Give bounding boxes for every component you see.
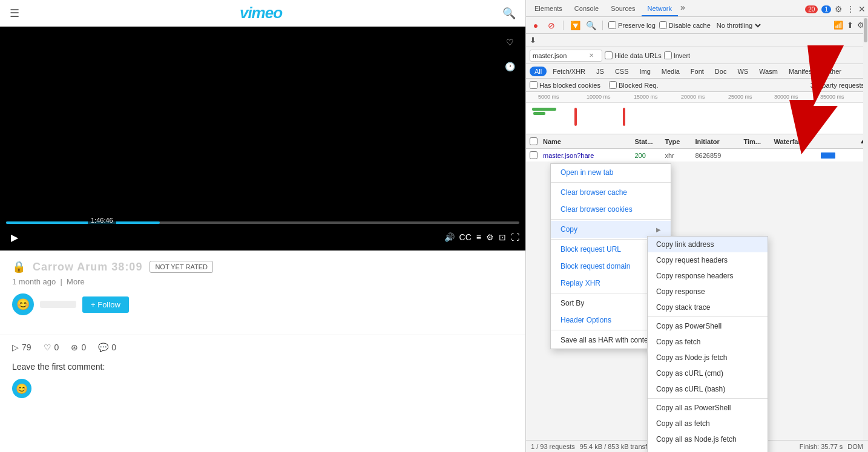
sub-copy-all-nodejs-fetch[interactable]: Copy all as Node.js fetch — [648, 431, 768, 447]
sub-ctx-sep1 — [648, 316, 768, 317]
sub-copy-curl-bash[interactable]: Copy as cURL (bash) — [648, 381, 768, 397]
sub-copy-curl-cmd[interactable]: Copy as cURL (cmd) — [648, 365, 768, 381]
record-icon[interactable]: ● — [530, 21, 542, 30]
sub-copy-all-powershell[interactable]: Copy all as PowerShell — [648, 400, 768, 416]
progress-bar[interactable] — [6, 221, 519, 224]
filter-manifest[interactable]: Manifest — [784, 67, 819, 76]
sub-copy-all-curl-cmd[interactable]: Copy all as cURL (cmd) — [648, 447, 768, 452]
ctx-replay-xhr-label: Replay XHR — [561, 279, 600, 287]
settings-icon[interactable]: ⚙ — [486, 232, 494, 242]
progress-fill — [6, 221, 160, 224]
filter-ws[interactable]: WS — [732, 67, 753, 76]
sub-copy-req-headers[interactable]: Copy request headers — [648, 252, 768, 268]
sub-copy-link[interactable]: Copy link address — [648, 237, 768, 252]
tab-more[interactable]: » — [678, 0, 688, 16]
ctx-clear-cookies[interactable]: Clear browser cookies — [551, 201, 671, 218]
filter-img[interactable]: Img — [635, 67, 656, 76]
ctx-sort-by-label: Sort By — [561, 299, 584, 307]
filter-other[interactable]: Other — [820, 67, 846, 76]
header-status[interactable]: Stat... — [635, 138, 665, 145]
meta-more-link[interactable]: More — [67, 277, 85, 286]
play-button[interactable]: ▶ — [6, 229, 23, 246]
devtools-more-icon[interactable]: ⋮ — [846, 4, 855, 14]
tl-bar-red2 — [623, 108, 625, 126]
hide-data-urls-checkbox[interactable]: Hide data URLs — [605, 51, 662, 59]
sub-copy-res-headers[interactable]: Copy response headers — [648, 268, 768, 284]
ctx-open-new-tab-label: Open in new tab — [561, 168, 613, 177]
table-row[interactable]: master.json?hare 200 xhr 8626859 — [526, 149, 868, 162]
tab-console[interactable]: Console — [568, 2, 605, 16]
scrollbar-thumb[interactable] — [864, 18, 867, 42]
search-icon[interactable]: 🔍 — [502, 7, 516, 20]
sub-copy-fetch[interactable]: Copy as fetch — [648, 334, 768, 350]
preserve-log-checkbox[interactable]: Preserve log — [608, 21, 656, 29]
sub-copy-powershell[interactable]: Copy as PowerShell — [648, 318, 768, 334]
filter-doc[interactable]: Doc — [710, 67, 732, 76]
disable-cache-checkbox[interactable]: Disable cache — [659, 21, 711, 29]
sub-copy-all-fetch[interactable]: Copy all as fetch — [648, 416, 768, 431]
sub-copy-nodejs-fetch[interactable]: Copy as Node.js fetch — [648, 350, 768, 365]
throttle-select[interactable]: No throttling — [714, 21, 763, 30]
vimeo-panel: ☰ vimeo 🔍 ♡ 🕐 1:46:46 ▶ 🔊 CC ≡ ⚙ — [0, 0, 525, 452]
header-time[interactable]: Tim... — [744, 138, 774, 145]
fullscreen-icon[interactable]: ⛶ — [511, 232, 519, 242]
row-status: 200 — [635, 152, 665, 159]
filter-css[interactable]: CSS — [610, 67, 634, 76]
filter-font[interactable]: Font — [686, 67, 709, 76]
ctx-clear-cache[interactable]: Clear browser cache — [551, 184, 671, 201]
ruler-mark-15k: 15000 ms — [634, 94, 658, 100]
filter-input[interactable] — [533, 52, 587, 59]
search-icon[interactable]: 🔍 — [585, 21, 597, 30]
watch-later-icon[interactable]: 🕐 — [500, 57, 519, 76]
video-info: 🔒 Carrow Arum 38:09 NOT YET RATED 1 mont… — [0, 251, 525, 335]
sub-ctx-sep2 — [648, 398, 768, 399]
tab-network[interactable]: Network — [642, 2, 678, 16]
filter-media[interactable]: Media — [657, 67, 685, 76]
filter-all[interactable]: All — [530, 67, 547, 76]
header-type[interactable]: Type — [665, 138, 695, 145]
volume-icon[interactable]: 🔊 — [444, 232, 455, 242]
header-check — [526, 137, 541, 145]
filter-wasm[interactable]: Wasm — [754, 67, 783, 76]
filter-js[interactable]: JS — [591, 67, 609, 76]
tab-sources[interactable]: Sources — [605, 2, 641, 16]
captions-icon[interactable]: CC — [459, 232, 472, 242]
filter-fetch-xhr[interactable]: Fetch/XHR — [548, 67, 590, 76]
upload-icon[interactable]: ⬆ — [847, 21, 853, 30]
download-icon[interactable]: ⬇ — [530, 36, 536, 45]
filter-icon[interactable]: 🔽 — [569, 21, 581, 30]
avatar: 😊 — [12, 293, 34, 315]
ctx-copy[interactable]: Copy ▶ — [551, 221, 671, 238]
invert-checkbox[interactable]: Invert — [664, 51, 691, 59]
header-waterfall[interactable]: Waterfall ▲ — [774, 138, 869, 145]
devtools-settings-icon[interactable]: ⚙ — [835, 4, 843, 14]
blocked-req-checkbox[interactable]: Blocked Req. — [609, 81, 658, 89]
sub-copy-response[interactable]: Copy response — [648, 284, 768, 300]
devtools-scrollbar[interactable] — [863, 17, 868, 440]
select-all-checkbox[interactable] — [530, 137, 538, 145]
ctx-sep1 — [551, 182, 671, 183]
tab-elements[interactable]: Elements — [528, 2, 568, 16]
vimeo-logo: vimeo — [240, 4, 282, 22]
info-badge: 1 — [821, 5, 831, 13]
follow-button[interactable]: + Follow — [82, 296, 129, 313]
tl-bar1 — [532, 108, 556, 111]
dom-status: DOM — [847, 443, 863, 450]
hamburger-icon[interactable]: ☰ — [10, 7, 19, 20]
third-party-label: 3rd-party requests — [810, 82, 864, 89]
like-icon[interactable]: ♡ — [500, 33, 519, 52]
ctx-open-new-tab[interactable]: Open in new tab — [551, 164, 671, 181]
chapters-icon[interactable]: ≡ — [476, 232, 481, 242]
stop-icon[interactable]: ⊘ — [545, 21, 557, 30]
has-blocked-checkbox[interactable]: Has blocked cookies — [530, 81, 600, 89]
ctx-clear-cookies-label: Clear browser cookies — [561, 205, 633, 214]
wifi-icon[interactable]: 📶 — [833, 21, 843, 30]
header-initiator[interactable]: Initiator — [695, 138, 744, 145]
controls-right: 🔊 CC ≡ ⚙ ⊡ ⛶ — [444, 232, 519, 242]
devtools-close-icon[interactable]: ✕ — [858, 4, 866, 14]
picture-in-picture-icon[interactable]: ⊡ — [499, 232, 506, 242]
header-name[interactable]: Name — [541, 138, 635, 145]
filter-clear-icon[interactable]: ✕ — [589, 52, 594, 59]
ctx-block-domain-label: Block request domain — [561, 262, 630, 270]
sub-copy-stack-trace[interactable]: Copy stack trace — [648, 300, 768, 315]
